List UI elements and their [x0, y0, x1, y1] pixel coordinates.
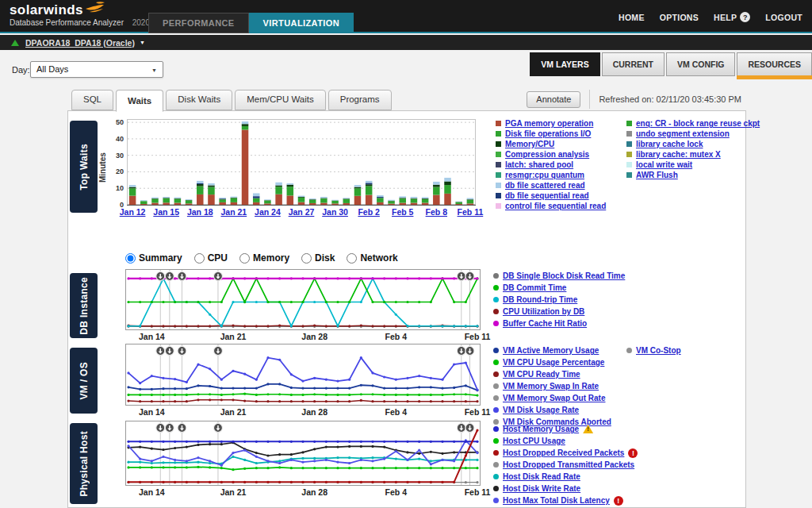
legend-link[interactable]: db file scattered read — [505, 181, 585, 190]
legend-link[interactable]: Memory/CPU — [505, 140, 554, 148]
tab-programs[interactable]: Programs — [328, 90, 392, 110]
breadcrumb[interactable]: DPAORA18_DPA18 (Oracle) — [25, 38, 135, 48]
legend-item: DB Commit Time — [493, 284, 625, 291]
legend-link[interactable]: DB Single Block Disk Read Time — [503, 271, 625, 280]
x-axis-date-link[interactable]: Jan 27 — [289, 207, 315, 217]
legend-link[interactable]: Host CPU Usage — [503, 437, 565, 445]
metric-radio-input-1[interactable] — [194, 253, 205, 264]
annotation-marker-icon[interactable] — [213, 424, 222, 433]
vm-os-chart[interactable]: Jan 14Jan 21Jan 28Feb 4Feb 11 — [125, 344, 481, 418]
legend-link[interactable]: VM Memory Swap Out Rate — [503, 394, 605, 402]
legend-link[interactable]: undo segment extension — [636, 129, 730, 138]
x-axis-date-link[interactable]: Feb 11 — [458, 207, 484, 217]
legend-link[interactable]: DB Commit Time — [503, 283, 566, 292]
metric-radio-input-0[interactable] — [125, 253, 136, 264]
annotation-marker-icon[interactable] — [213, 347, 222, 356]
metric-radio-cpu[interactable]: CPU — [194, 252, 228, 264]
annotation-marker-icon[interactable] — [165, 347, 174, 356]
legend-link[interactable]: VM Memory Swap In Rate — [503, 382, 599, 391]
annotation-marker-icon[interactable] — [178, 272, 186, 281]
tab-virtualization[interactable]: VIRTUALIZATION — [249, 13, 354, 33]
metric-radio-summary[interactable]: Summary — [125, 252, 182, 264]
vm-layers-button[interactable]: VM LAYERS — [530, 52, 599, 76]
x-axis-date-link[interactable]: Jan 18 — [187, 207, 213, 217]
db-instance-chart[interactable]: Jan 14Jan 21Jan 28Feb 4Feb 11 — [125, 269, 481, 342]
x-axis-date-link[interactable]: Jan 21 — [220, 207, 247, 217]
tab-sql[interactable]: SQL — [71, 90, 113, 110]
legend-swatch-icon — [496, 172, 501, 178]
legend-link[interactable]: VM Disk Usage Rate — [503, 406, 579, 414]
physical-host-chart[interactable]: Jan 14Jan 21Jan 28Feb 4Feb 11 — [125, 421, 481, 498]
legend-link[interactable]: VM CPU Ready Time — [503, 370, 580, 379]
legend-link[interactable]: enq: CR - block range reuse ckpt — [636, 119, 760, 128]
legend-link[interactable]: local write wait — [636, 160, 692, 169]
tab-mem-cpu-waits[interactable]: Mem/CPU Waits — [235, 90, 326, 110]
legend-link[interactable]: Host Max Total Disk Latency — [503, 496, 610, 505]
resources-button[interactable]: RESOURCES — [737, 52, 812, 76]
metric-radio-memory[interactable]: Memory — [239, 252, 289, 264]
annotation-marker-icon[interactable] — [178, 347, 186, 356]
x-axis-date-link[interactable]: Feb 5 — [392, 207, 414, 217]
annotation-marker-icon[interactable] — [457, 347, 465, 356]
legend-link[interactable]: AWR Flush — [636, 171, 678, 179]
legend-link[interactable]: Compression analysis — [505, 150, 589, 159]
home-link[interactable]: HOME — [619, 13, 645, 22]
legend-link[interactable]: VM CPU Usage Percentage — [503, 358, 604, 367]
legend-link[interactable]: CPU Utilization by DB — [503, 307, 584, 316]
vm-config-button[interactable]: VM CONFIG — [666, 52, 736, 76]
annotation-marker-icon[interactable] — [165, 424, 174, 433]
x-axis-date-link[interactable]: Jan 24 — [255, 207, 281, 217]
metric-radio-input-3[interactable] — [301, 253, 312, 264]
metric-radio-input-4[interactable] — [347, 253, 357, 264]
tab-disk-waits[interactable]: Disk Waits — [166, 90, 232, 110]
current-button[interactable]: CURRENT — [602, 52, 665, 76]
options-link[interactable]: OPTIONS — [660, 13, 699, 22]
legend-link[interactable]: library cache: mutex X — [636, 150, 721, 159]
legend-link[interactable]: resmgr:cpu quantum — [505, 171, 584, 179]
annotation-marker-icon[interactable] — [465, 272, 474, 281]
annotation-marker-icon[interactable] — [165, 272, 174, 281]
annotation-marker-icon[interactable] — [178, 424, 186, 433]
tab-waits[interactable]: Waits — [116, 90, 163, 112]
legend-link[interactable]: latch: shared pool — [505, 160, 573, 169]
legend-link[interactable]: Host Dropped Transmitted Packets — [503, 460, 634, 469]
legend-link[interactable]: db file sequential read — [505, 191, 589, 200]
legend-link[interactable]: Host Disk Write Rate — [503, 484, 580, 493]
logout-link[interactable]: LOGOUT — [765, 13, 802, 22]
annotation-marker-icon[interactable] — [156, 347, 165, 356]
metric-radio-disk[interactable]: Disk — [301, 252, 335, 264]
x-axis-date-link[interactable]: Jan 12 — [120, 207, 146, 217]
legend-link[interactable]: PGA memory operation — [505, 119, 593, 128]
x-axis-date-link[interactable]: Jan 30 — [322, 207, 348, 217]
x-axis-date-link[interactable]: Feb 8 — [426, 207, 448, 217]
day-select[interactable]: All Days ▼ — [30, 61, 163, 78]
legend-link[interactable]: Host Disk Read Rate — [503, 472, 580, 481]
legend-link[interactable]: Buffer Cache Hit Ratio — [503, 319, 587, 328]
legend-link[interactable]: VM Co-Stop — [636, 346, 681, 355]
metric-radio-network[interactable]: Network — [347, 252, 397, 264]
help-icon[interactable]: ? — [740, 12, 750, 22]
legend-link[interactable]: Disk file operations I/O — [505, 129, 591, 138]
annotation-marker-icon[interactable] — [457, 424, 465, 433]
legend-link[interactable]: library cache lock — [636, 140, 703, 148]
annotate-button[interactable]: Annotate — [527, 91, 580, 108]
data-point — [127, 277, 129, 279]
breadcrumb-caret-icon[interactable]: ▼ — [140, 40, 145, 45]
legend-link[interactable]: DB Round-trip Time — [503, 295, 577, 304]
annotation-marker-icon[interactable] — [156, 424, 165, 433]
metric-radio-input-2[interactable] — [239, 253, 250, 264]
annotation-marker-icon[interactable] — [457, 272, 465, 281]
legend-link[interactable]: VM Active Memory Usage — [503, 346, 599, 355]
annotation-marker-icon[interactable] — [465, 424, 474, 433]
annotation-marker-icon[interactable] — [156, 272, 165, 281]
help-link[interactable]: HELP ? — [714, 12, 750, 22]
legend-link[interactable]: Host Memory Usage — [503, 425, 579, 433]
legend-link[interactable]: control file sequential read — [505, 202, 606, 210]
tab-performance[interactable]: PERFORMANCE — [148, 13, 249, 33]
x-axis-date-link[interactable]: Feb 2 — [358, 207, 380, 217]
top-waits-chart[interactable]: 01020304050Jan 12Jan 15Jan 18Jan 21Jan 2… — [111, 116, 479, 219]
annotation-marker-icon[interactable] — [465, 347, 474, 356]
legend-link[interactable]: Host Dropped Received Packets — [503, 448, 624, 457]
x-axis-date-link[interactable]: Jan 15 — [153, 207, 179, 217]
annotation-marker-icon[interactable] — [213, 272, 222, 281]
